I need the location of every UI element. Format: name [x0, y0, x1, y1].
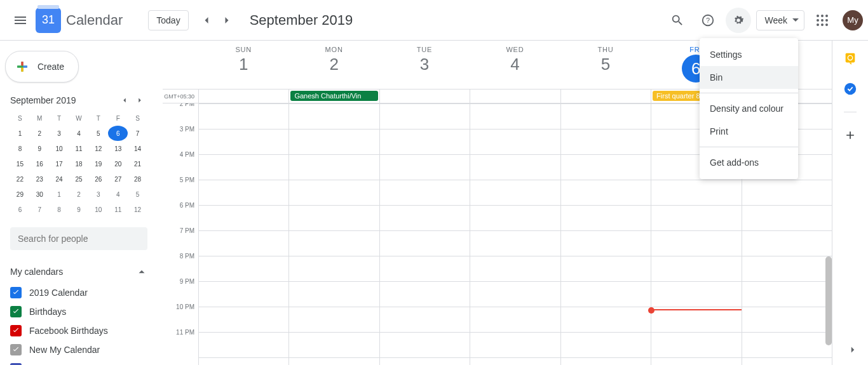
day-number: 5 — [560, 55, 651, 74]
day-header[interactable]: WED4 — [470, 41, 560, 89]
mini-date[interactable]: 5 — [128, 187, 147, 202]
all-day-cell[interactable]: Ganesh Chaturthi/Vin — [288, 90, 379, 103]
mini-date[interactable]: 2 — [69, 187, 89, 202]
mini-date[interactable]: 11 — [108, 202, 128, 217]
mini-date[interactable]: 23 — [30, 171, 50, 187]
mini-date[interactable]: 15 — [10, 156, 30, 171]
mini-date[interactable]: 10 — [88, 202, 108, 217]
mini-date[interactable]: 17 — [50, 156, 69, 171]
add-addon-button[interactable] — [843, 128, 858, 143]
day-column[interactable] — [288, 103, 379, 365]
mini-date[interactable]: 22 — [10, 171, 30, 187]
day-column[interactable] — [198, 103, 288, 365]
mini-date[interactable]: 16 — [30, 156, 50, 171]
view-selector[interactable]: Week — [756, 10, 804, 30]
calendar-checkbox[interactable] — [10, 325, 22, 336]
mini-date[interactable]: 8 — [50, 202, 69, 217]
mini-date[interactable]: 27 — [108, 171, 128, 187]
mini-date[interactable]: 1 — [50, 187, 69, 202]
mini-date[interactable]: 2 — [30, 126, 50, 141]
support-button[interactable]: ? — [695, 8, 721, 33]
mini-date[interactable]: 4 — [69, 126, 89, 141]
mini-date[interactable]: 6 — [10, 202, 30, 217]
mini-date[interactable]: 28 — [128, 171, 147, 187]
mini-date[interactable]: 19 — [88, 156, 108, 171]
calendar-item[interactable]: Birthdays — [10, 302, 147, 321]
main-menu-button[interactable] — [5, 5, 36, 36]
all-day-cell[interactable] — [379, 90, 470, 103]
day-header[interactable]: MON2 — [288, 41, 379, 89]
day-column[interactable] — [560, 103, 651, 365]
show-side-panel[interactable] — [847, 344, 858, 355]
dropdown-separator — [700, 147, 798, 147]
scrollbar[interactable] — [825, 256, 832, 345]
svg-point-13 — [844, 83, 856, 95]
mini-date[interactable]: 3 — [50, 126, 69, 141]
mini-date[interactable]: 6 — [108, 126, 128, 141]
day-column[interactable] — [470, 103, 560, 365]
next-week-button[interactable] — [217, 10, 237, 30]
mini-date[interactable]: 7 — [128, 126, 147, 141]
mini-date[interactable]: 26 — [88, 171, 108, 187]
search-icon — [670, 13, 684, 27]
my-calendars-toggle[interactable]: My calendars — [10, 260, 147, 283]
search-button[interactable] — [665, 8, 690, 33]
google-apps-button[interactable] — [810, 8, 835, 33]
mini-date[interactable]: 7 — [30, 202, 50, 217]
mini-date[interactable]: 20 — [108, 156, 128, 171]
mini-date[interactable]: 18 — [69, 156, 89, 171]
keep-button[interactable] — [843, 51, 858, 66]
tasks-button[interactable] — [843, 81, 858, 96]
mini-date[interactable]: 8 — [10, 141, 30, 156]
tasks-icon — [843, 82, 857, 96]
mini-date[interactable]: 21 — [128, 156, 147, 171]
mini-date[interactable]: 25 — [69, 171, 89, 187]
mini-date[interactable]: 10 — [50, 141, 69, 156]
create-button[interactable]: Create — [5, 51, 79, 83]
day-header[interactable]: TUE3 — [379, 41, 470, 89]
prev-week-button[interactable] — [196, 10, 217, 30]
mini-date[interactable]: 11 — [69, 141, 89, 156]
today-button[interactable]: Today — [148, 10, 188, 30]
svg-point-10 — [825, 23, 828, 26]
dropdown-print[interactable]: Print — [700, 120, 798, 143]
dropdown-settings[interactable]: Settings — [700, 43, 798, 66]
mini-date[interactable]: 12 — [88, 141, 108, 156]
mini-date[interactable]: 13 — [108, 141, 128, 156]
all-day-cell[interactable] — [560, 90, 651, 103]
svg-rect-11 — [846, 53, 855, 63]
mini-date[interactable]: 9 — [69, 202, 89, 217]
day-header[interactable]: SUN1 — [198, 41, 288, 89]
day-header[interactable]: THU5 — [560, 41, 651, 89]
hamburger-icon — [13, 13, 28, 28]
mini-date[interactable]: 1 — [10, 126, 30, 141]
calendar-item[interactable]: Reminders — [10, 359, 147, 365]
day-column[interactable] — [379, 103, 470, 365]
account-avatar[interactable]: My — [843, 10, 863, 30]
mini-date[interactable]: 14 — [128, 141, 147, 156]
mini-prev-month[interactable] — [117, 93, 132, 108]
calendar-item[interactable]: Facebook Birthdays — [10, 321, 147, 340]
mini-date[interactable]: 5 — [88, 126, 108, 141]
all-day-cell[interactable] — [198, 90, 288, 103]
calendar-checkbox[interactable] — [10, 287, 22, 298]
search-people-input[interactable] — [10, 227, 147, 250]
mini-next-month[interactable] — [132, 93, 147, 108]
all-day-cell[interactable] — [470, 90, 560, 103]
mini-date[interactable]: 24 — [50, 171, 69, 187]
event-chip[interactable]: Ganesh Chaturthi/Vin — [290, 91, 377, 101]
mini-date[interactable]: 9 — [30, 141, 50, 156]
calendar-checkbox[interactable] — [10, 306, 22, 317]
calendar-item[interactable]: 2019 Calendar — [10, 283, 147, 302]
dropdown-density[interactable]: Density and colour — [700, 97, 798, 120]
settings-button[interactable] — [726, 8, 751, 33]
mini-date[interactable]: 3 — [88, 187, 108, 202]
calendar-checkbox[interactable] — [10, 344, 22, 355]
mini-date[interactable]: 12 — [128, 202, 147, 217]
calendar-item[interactable]: New My Calendar — [10, 340, 147, 359]
dropdown-bin[interactable]: Bin — [700, 66, 798, 89]
mini-date[interactable]: 4 — [108, 187, 128, 202]
dropdown-addons[interactable]: Get add-ons — [700, 151, 798, 174]
mini-date[interactable]: 30 — [30, 187, 50, 202]
mini-date[interactable]: 29 — [10, 187, 30, 202]
